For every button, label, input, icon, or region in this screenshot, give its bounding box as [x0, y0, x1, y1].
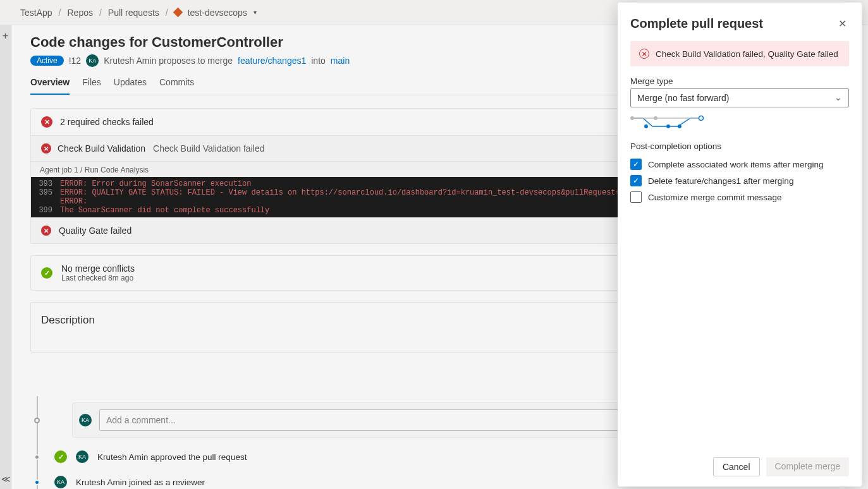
activity-avatar[interactable]: KA [54, 476, 67, 488]
merge-type-value: Merge (no fast forward) [637, 93, 730, 103]
thread-dot [34, 418, 40, 423]
console-text: ERROR: [60, 197, 87, 206]
checkbox-icon: ✓ [630, 175, 642, 186]
error-icon: ✕ [41, 116, 52, 128]
console-ln: 393 [31, 179, 60, 188]
complete-pr-panel: Complete pull request ✕ ✕ Check Build Va… [618, 3, 862, 486]
into-text: into [311, 56, 326, 66]
activity-avatar[interactable]: KA [76, 450, 89, 463]
checks-summary: 2 required checks failed [60, 117, 154, 127]
repo-icon [173, 8, 183, 18]
panel-footer: Cancel Complete merge [630, 449, 849, 486]
target-branch-link[interactable]: main [331, 56, 350, 66]
tab-overview[interactable]: Overview [30, 73, 70, 95]
crumb-subsection[interactable]: Pull requests [106, 8, 162, 18]
status-badge: Active [30, 56, 64, 66]
panel-error-text: Check Build Validation failed, Quality G… [656, 49, 838, 59]
svg-point-2 [654, 116, 657, 120]
crumb-repo[interactable]: test-devsecops [185, 8, 250, 18]
no-conflicts-title: No merge conflicts [61, 263, 135, 274]
checkbox-label: Complete associated work items after mer… [648, 160, 824, 169]
cancel-button[interactable]: Cancel [713, 457, 760, 476]
merge-type-select[interactable]: Merge (no fast forward) [630, 88, 849, 107]
console-text: The SonarScanner did not complete succes… [60, 206, 269, 215]
checkbox-icon [630, 191, 642, 203]
svg-point-1 [630, 116, 634, 120]
thread-dot [34, 480, 40, 485]
crumb-section[interactable]: Repos [64, 8, 95, 18]
crumb-sep: / [95, 8, 106, 18]
source-branch-link[interactable]: feature/changes1 [238, 56, 306, 66]
checkbox-label: Delete feature/changes1 after merging [648, 176, 793, 186]
svg-point-3 [644, 124, 648, 128]
check-build-title[interactable]: Check Build Validation [58, 143, 145, 154]
svg-point-6 [699, 116, 704, 121]
left-collapsed-nav: + ≪ [0, 25, 11, 489]
self-avatar[interactable]: KA [79, 414, 92, 426]
expand-nav-icon[interactable]: ≪ [1, 474, 11, 484]
svg-point-5 [678, 124, 682, 128]
activity-text: Krutesh Amin joined as a reviewer [76, 478, 205, 487]
svg-point-4 [666, 124, 670, 128]
error-icon: ✕ [41, 143, 51, 154]
tab-commits[interactable]: Commits [159, 73, 194, 95]
crumb-sep: / [55, 8, 65, 18]
error-icon: ✕ [41, 226, 51, 236]
console-ln [31, 197, 60, 206]
success-icon: ✓ [41, 267, 52, 279]
crumb-sep: / [162, 8, 172, 18]
complete-merge-button[interactable]: Complete merge [766, 457, 850, 476]
pr-id: !12 [69, 56, 81, 66]
approved-icon: ✓ [54, 450, 67, 463]
merge-type-label: Merge type [630, 76, 849, 86]
chevron-down-icon[interactable]: ▾ [254, 9, 257, 16]
author-text: Krutesh Amin proposes to merge [104, 56, 233, 66]
console-text: ERROR: QUALITY GATE STATUS: FAILED - Vie… [60, 188, 629, 197]
close-icon[interactable]: ✕ [836, 15, 849, 32]
console-ln: 399 [31, 206, 60, 215]
post-completion-label: Post-completion options [630, 142, 849, 151]
checkbox-icon: ✓ [630, 159, 642, 170]
activity-text: Krutesh Amin approved the pull request [97, 452, 247, 462]
checkbox-customize-message[interactable]: Customize merge commit message [630, 189, 849, 205]
panel-error-banner: ✕ Check Build Validation failed, Quality… [630, 41, 849, 66]
console-ln: 395 [31, 188, 60, 197]
merge-diagram [630, 115, 849, 130]
author-avatar[interactable]: KA [86, 54, 99, 67]
error-ring-icon: ✕ [639, 49, 649, 59]
tab-updates[interactable]: Updates [114, 73, 147, 95]
thread-dot [34, 454, 40, 460]
checkbox-delete-branch[interactable]: ✓ Delete feature/changes1 after merging [630, 172, 849, 189]
panel-title: Complete pull request [630, 16, 763, 31]
add-icon[interactable]: + [0, 25, 11, 42]
console-text: ERROR: Error during SonarScanner executi… [60, 179, 251, 188]
checkbox-label: Customize merge commit message [648, 193, 782, 202]
crumb-app[interactable]: TestApp [18, 8, 55, 18]
no-conflicts-sub: Last checked 8m ago [61, 274, 135, 282]
checkbox-complete-workitems[interactable]: ✓ Complete associated work items after m… [630, 156, 849, 172]
tab-files[interactable]: Files [82, 73, 101, 95]
check-build-sub: Check Build Validation failed [153, 143, 264, 154]
quality-gate-title[interactable]: Quality Gate failed [59, 226, 131, 236]
